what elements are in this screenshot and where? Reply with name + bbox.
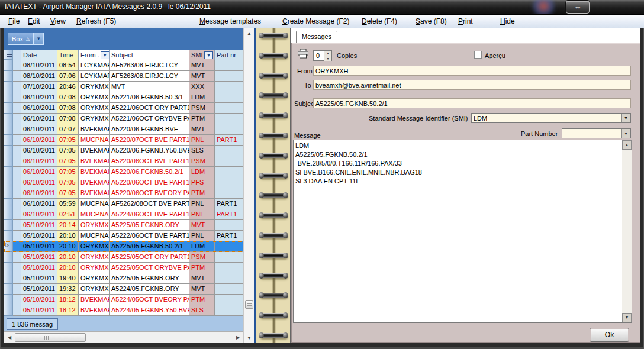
table-row[interactable]: 06/10/201107:05BVEKMAHA5220/06.FGKNB.Y50… xyxy=(4,146,243,156)
indicator-header[interactable] xyxy=(13,50,21,60)
cell-smi[interactable]: MVT xyxy=(189,60,215,71)
apercu-checkbox[interactable] xyxy=(474,51,482,59)
cell-from[interactable]: BVEKMAH xyxy=(79,305,110,316)
menu-item-edit[interactable]: Edit xyxy=(28,17,40,25)
cell-smi[interactable]: LDM xyxy=(189,241,215,252)
cell-indicator[interactable] xyxy=(13,199,21,209)
cell-part[interactable] xyxy=(215,263,243,273)
horizontal-scroll-thumb[interactable] xyxy=(15,333,86,342)
cell-subject[interactable]: A5225/05OCT ORY PART1 xyxy=(110,252,189,263)
cell-date[interactable]: 05/10/2011 xyxy=(21,220,57,231)
cell-part[interactable] xyxy=(215,177,243,188)
cell-part[interactable]: PART1 xyxy=(215,209,243,220)
row-selector-cell[interactable] xyxy=(4,295,13,305)
column-header-smi[interactable]: SMI▼ xyxy=(189,50,215,60)
cell-indicator[interactable] xyxy=(13,146,21,156)
cell-date[interactable]: 05/10/2011 xyxy=(21,284,57,295)
cell-smi[interactable]: PSM xyxy=(189,103,215,114)
row-selector-cell[interactable] xyxy=(4,92,13,103)
horizontal-scrollbar[interactable]: ◀ ▶ xyxy=(4,331,243,343)
cell-smi[interactable]: PTM xyxy=(189,295,215,305)
cell-from[interactable]: ORYKMXH xyxy=(79,252,110,263)
titlebar[interactable]: IATATEXT - Airport Manager IATA Messages… xyxy=(0,0,644,15)
cell-subject[interactable]: A5221/06OCT ORY PART1 xyxy=(110,103,189,114)
cell-indicator[interactable] xyxy=(13,124,21,135)
row-selector-cell[interactable] xyxy=(4,114,13,124)
cell-smi[interactable]: MVT xyxy=(189,273,215,284)
group-by-box-button[interactable]: Box △ xyxy=(8,33,34,45)
smi-dropdown[interactable]: LDM ▼ xyxy=(471,113,631,123)
cell-from[interactable]: ORYKMXH xyxy=(79,273,110,284)
row-selector-cell[interactable] xyxy=(4,209,13,220)
from-filter-dropdown-icon[interactable]: ▼ xyxy=(101,51,110,59)
cell-date[interactable]: 05/10/2011 xyxy=(21,273,57,284)
cell-indicator[interactable] xyxy=(13,241,21,252)
from-field[interactable] xyxy=(313,66,631,76)
table-row[interactable]: 06/10/201107:07BVEKMAHA5220/06.FGKNB.BVE… xyxy=(4,124,243,135)
message-scrollbar[interactable]: ▲ ▼ xyxy=(622,140,632,322)
vertical-scroll-thumb[interactable] xyxy=(245,300,253,309)
cell-from[interactable]: ORYKMXH xyxy=(79,284,110,295)
cell-time[interactable]: 07:08 xyxy=(57,92,79,103)
cell-time[interactable]: 07:05 xyxy=(57,146,79,156)
table-row[interactable]: 06/10/201102:51MUCPNAA5224/06OCT BVE PAR… xyxy=(4,209,243,220)
cell-indicator[interactable] xyxy=(13,177,21,188)
table-row[interactable]: 06/10/201107:08ORYKMXHA5221/06.FGKNB.50.… xyxy=(4,92,243,103)
cell-indicator[interactable] xyxy=(13,135,21,146)
cell-subject[interactable]: A5225/05.FGKNB.ORY xyxy=(110,220,189,231)
cell-part[interactable] xyxy=(215,124,243,135)
resize-button[interactable]: ⇔ xyxy=(566,1,590,14)
cell-date[interactable]: 06/10/2011 xyxy=(21,177,57,188)
cell-subject[interactable]: A5221/06.FGKNB.50.3/1 xyxy=(110,92,189,103)
row-selector-cell[interactable] xyxy=(4,71,13,82)
row-selector-cell[interactable] xyxy=(4,220,13,231)
table-row[interactable]: 05/10/201118:12BVEKMAHA5224/05OCT BVEORY… xyxy=(4,295,243,305)
cell-subject[interactable]: A5225/05.FGKNB.ORY xyxy=(110,273,189,284)
table-row[interactable]: 06/10/201107:05BVEKMAHA5220/06OCT BVEORY… xyxy=(4,188,243,199)
cell-part[interactable] xyxy=(215,167,243,177)
cell-indicator[interactable] xyxy=(13,295,21,305)
cell-part[interactable] xyxy=(215,114,243,124)
cell-indicator[interactable] xyxy=(13,220,21,231)
table-row[interactable]: 06/10/201107:08ORYKMXHA5221/06OCT ORY PA… xyxy=(4,103,243,114)
cell-time[interactable]: 07:05 xyxy=(57,135,79,146)
cell-indicator[interactable] xyxy=(13,305,21,316)
cell-subject[interactable]: A5220/06OCT BVE PART1 xyxy=(110,177,189,188)
row-selector-cell[interactable] xyxy=(4,199,13,209)
copies-stepper[interactable]: 0 ▲ ▼ xyxy=(313,50,332,61)
cell-time[interactable]: 02:51 xyxy=(57,209,79,220)
stepper-up-icon[interactable]: ▲ xyxy=(324,51,331,56)
row-selector-cell[interactable] xyxy=(4,82,13,92)
cell-date[interactable]: 06/10/2011 xyxy=(21,188,57,199)
row-selector-cell[interactable] xyxy=(4,60,13,71)
table-row[interactable]: 08/10/201107:06LCYKMAFAF5263/08.EIRJC.LC… xyxy=(4,71,243,82)
message-scroll-down-icon[interactable]: ▼ xyxy=(622,313,632,322)
cell-from[interactable]: MUCPNA xyxy=(79,135,110,146)
group-by-dropdown-button[interactable]: ▼ xyxy=(34,33,44,45)
cell-part[interactable] xyxy=(215,220,243,231)
table-row[interactable]: 06/10/201107:05BVEKMAHA5220/06.FGKNB.50.… xyxy=(4,167,243,177)
row-selector-cell[interactable] xyxy=(4,263,13,273)
cell-date[interactable]: 06/10/2011 xyxy=(21,167,57,177)
table-row[interactable]: ▷05/10/201120:10ORYKMXHA5225/05.FGKNB.50… xyxy=(4,241,243,252)
cell-time[interactable]: 07:05 xyxy=(57,167,79,177)
row-selector-cell[interactable] xyxy=(4,188,13,199)
row-selector-cell[interactable] xyxy=(4,156,13,167)
cell-date[interactable]: 05/10/2011 xyxy=(21,241,57,252)
table-row[interactable]: 05/10/201120:10ORYKMXHA5225/05OCT ORYBVE… xyxy=(4,263,243,273)
vertical-scrollbar[interactable]: ▲ ▼ xyxy=(243,28,254,343)
cell-time[interactable]: 20:10 xyxy=(57,252,79,263)
cell-part[interactable]: PART1 xyxy=(215,231,243,241)
cell-part[interactable] xyxy=(215,60,243,71)
cell-smi[interactable]: MVT xyxy=(189,284,215,295)
cell-from[interactable]: ORYKMXH xyxy=(79,220,110,231)
cell-indicator[interactable] xyxy=(13,82,21,92)
cell-smi[interactable]: LDM xyxy=(189,167,215,177)
stepper-down-icon[interactable]: ▼ xyxy=(324,56,331,61)
cell-subject[interactable]: AF5263/08.EIRJC.LCY xyxy=(110,60,189,71)
cell-subject[interactable]: AF5263/08.EIRJC.LCY xyxy=(110,71,189,82)
cell-smi[interactable]: PTM xyxy=(189,188,215,199)
table-row[interactable]: 08/10/201108:54LCYKMAFAF5263/08.EIRJC.LC… xyxy=(4,60,243,71)
cell-subject[interactable]: A5220/07OCT BVE PART1 xyxy=(110,135,189,146)
column-header-partnr[interactable]: Part nr xyxy=(215,50,243,60)
